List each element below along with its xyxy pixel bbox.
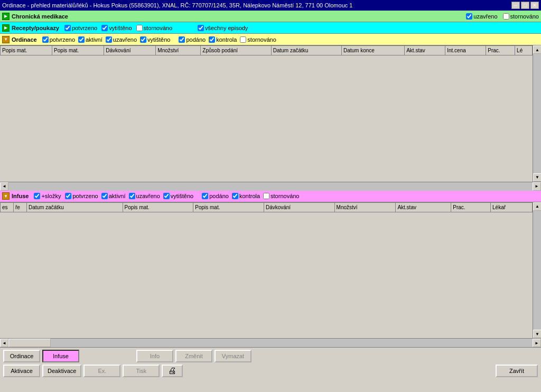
button-row-2: Aktivace Deaktivace Ex. Tisk 🖨 Zavřít (3, 365, 538, 377)
inf-potvrzeno-checkbox[interactable]: potvrzeno (65, 193, 98, 199)
ord-col-zpusob: Způsob podání (201, 46, 271, 55)
deaktivace-button[interactable]: Deaktivace (42, 365, 81, 377)
zavrit-button[interactable]: Zavřít (496, 365, 538, 377)
infuse-hscrollbar[interactable]: ◄ ► (0, 338, 541, 347)
ordinace-section-header: ▼ Ordinace potvrzeno aktivní uzavřeno vy… (0, 34, 541, 45)
infuse-vscrollbar[interactable]: ▲ ▼ (533, 202, 541, 339)
title-bar: Ordinace - přehled materiálů/léků - Hoku… (0, 0, 541, 11)
inf-stornovano-checkbox[interactable]: stornováno (263, 193, 299, 199)
ord-podano-checkbox[interactable]: podáno (179, 36, 206, 43)
infuse-scroll-up[interactable]: ▲ (533, 202, 541, 211)
recepty-toggle-arrow[interactable]: ▶ (2, 24, 10, 32)
aktivace-button[interactable]: Aktivace (3, 365, 40, 377)
inf-col-aktstav: Akt.stav (396, 202, 451, 212)
inf-col-popis1: Popis mat. (123, 202, 193, 212)
printer-icon: 🖨 (168, 366, 176, 376)
chronic-section-header: ▶ Chronická medikace uzavřeno stornováno (0, 11, 541, 22)
infuse-scroll-track (533, 211, 541, 330)
inf-podano-checkbox[interactable]: podáno (202, 193, 229, 199)
title-bar-buttons: ─ □ ✕ (511, 2, 539, 9)
inf-col-es: es (1, 202, 14, 212)
ordinace-vscrollbar[interactable]: ▲ ▼ (533, 45, 541, 182)
infuse-title: Infuse (12, 193, 29, 199)
ord-potvrzeno-checkbox[interactable]: potvrzeno (42, 36, 75, 43)
ordinace-toggle-arrow[interactable]: ▼ (2, 36, 10, 43)
ordinace-hscroll-track (8, 182, 533, 191)
infuse-empty-area (0, 212, 533, 307)
minimize-button[interactable]: ─ (511, 2, 520, 9)
inf-col-re: ře (14, 202, 27, 212)
vymazat-button[interactable]: Vymazat (214, 350, 251, 362)
chronic-title: Chronická medikace (12, 13, 68, 20)
ex-button[interactable]: Ex. (83, 365, 120, 377)
title-text: Ordinace - přehled materiálů/léků - Hoku… (2, 2, 352, 8)
infuse-hscroll-thumb (8, 339, 533, 347)
infuse-scroll-left[interactable]: ◄ (0, 339, 8, 347)
ord-col-datum-zacatku: Datum začátku (271, 46, 341, 55)
infuse-section-header: ▼ Infuse +složky potvrzeno aktivní uzavř… (0, 191, 541, 202)
ord-aktivni-checkbox[interactable]: aktivní (78, 36, 102, 43)
tisk-button[interactable]: Tisk (123, 365, 160, 377)
inf-col-popis2: Popis mat. (193, 202, 264, 212)
bottom-bar: Ordinace Infuse Info Změnit Vymazat Akti… (0, 347, 541, 381)
ord-col-mnozstvi: Množství (156, 46, 201, 55)
ord-col-le: Lé (515, 46, 533, 55)
button-row-1: Ordinace Infuse Info Změnit Vymazat (3, 350, 538, 362)
ord-col-davkovani: Dávkování (104, 46, 156, 55)
ord-col-aktstav: Akt.stav (405, 46, 445, 55)
icon-button[interactable]: 🖨 (162, 365, 183, 377)
ord-col-prac: Prac. (486, 46, 515, 55)
ordinace-title: Ordinace (12, 36, 37, 43)
inf-col-lekar: Lékař (491, 202, 533, 212)
info-button[interactable]: Info (136, 350, 173, 362)
zmenit-button[interactable]: Změnit (175, 350, 212, 362)
chronic-stornovano-checkbox[interactable]: stornováno (503, 13, 539, 20)
recepty-vytisteno-checkbox[interactable]: vytištěno (101, 25, 132, 31)
infuse-slozky-checkbox[interactable]: +složky (34, 193, 61, 199)
infuse-table: es ře Datum začátku Popis mat. Popis mat… (0, 202, 533, 212)
inf-col-davkovani: Dávkování (264, 202, 334, 212)
ord-col-popis2: Popis mat. (52, 46, 104, 55)
ordinace-scroll-left[interactable]: ◄ (0, 182, 8, 191)
inf-vytisteno-checkbox[interactable]: vytištěno (163, 193, 193, 199)
ord-vytisteno-checkbox[interactable]: vytištěno (140, 36, 170, 43)
inf-col-datum-zacatku: Datum začátku (27, 202, 123, 212)
inf-col-mnozstvi: Množství (334, 202, 396, 212)
chronic-toggle-arrow[interactable]: ▶ (2, 13, 10, 20)
ord-col-intcena: Int.cena (445, 46, 486, 55)
ord-stornovano-checkbox[interactable]: stornováno (240, 36, 276, 43)
ord-kontrola-checkbox[interactable]: kontrola (209, 36, 237, 43)
maximize-button[interactable]: □ (521, 2, 529, 9)
ord-col-popis1: Popis mat. (1, 46, 52, 55)
inf-col-prac: Prac. (451, 202, 491, 212)
inf-aktivni-checkbox[interactable]: aktivní (101, 193, 126, 199)
infuse-scroll-down[interactable]: ▼ (533, 330, 541, 338)
chronic-uzavreno-checkbox[interactable]: uzavřeno (466, 13, 497, 20)
inf-kontrola-checkbox[interactable]: kontrola (232, 193, 260, 199)
ordinace-empty-area (0, 55, 533, 177)
ordinace-scroll-right[interactable]: ► (533, 182, 541, 191)
infuse-button[interactable]: Infuse (42, 350, 79, 362)
ordinace-hscrollbar[interactable]: ◄ ► (0, 182, 541, 190)
infuse-hscroll-bar (8, 339, 51, 347)
recepty-vsechny-checkbox[interactable]: všechny episody (198, 25, 248, 31)
ordinace-scroll-up[interactable]: ▲ (533, 45, 541, 54)
recepty-potvrzeno-checkbox[interactable]: potvrzeno (64, 25, 97, 31)
ordinace-button[interactable]: Ordinace (3, 350, 40, 362)
infuse-scroll-right[interactable]: ► (533, 339, 541, 347)
close-button[interactable]: ✕ (530, 2, 539, 9)
ordinace-scroll-track (533, 54, 541, 173)
ord-uzavreno-checkbox[interactable]: uzavřeno (106, 36, 137, 43)
recepty-section-header: ▶ Recepty/poukazy potvrzeno vytištěno st… (0, 22, 541, 34)
inf-uzavreno-checkbox[interactable]: uzavřeno (129, 193, 160, 199)
ordinace-scroll-down[interactable]: ▼ (533, 173, 541, 182)
infuse-toggle-arrow[interactable]: ▼ (2, 192, 10, 200)
ord-col-datum-konce: Datum konce (341, 46, 404, 55)
recepty-title: Recepty/poukazy (12, 25, 59, 31)
ordinace-table: Popis mat. Popis mat. Dávkování Množství… (0, 45, 533, 55)
recepty-stornovano-checkbox[interactable]: stornováno (136, 25, 172, 31)
